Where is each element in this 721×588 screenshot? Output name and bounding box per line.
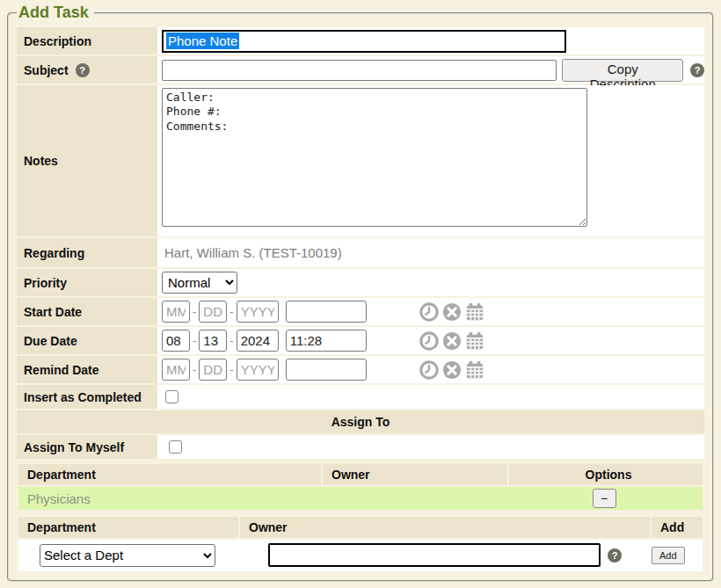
date-separator: - bbox=[229, 334, 233, 347]
assignment-row: Physicians − bbox=[18, 487, 703, 510]
date-separator: - bbox=[229, 305, 233, 318]
due-date-day-input[interactable] bbox=[199, 330, 227, 352]
add-assignment-header-department: Department bbox=[18, 517, 238, 538]
assignments-header-owner: Owner bbox=[323, 464, 507, 485]
description-input[interactable]: Phone Note bbox=[162, 30, 566, 53]
regarding-value: Hart, William S. (TEST-10019) bbox=[162, 245, 342, 260]
add-assignment-table: Department Owner Add Select a Dept ? Add bbox=[18, 517, 703, 571]
notes-row: Notes Caller: Phone #: Comments: bbox=[17, 85, 704, 236]
date-separator: - bbox=[193, 334, 196, 347]
due-date-clock-icon[interactable] bbox=[419, 331, 439, 351]
date-separator: - bbox=[229, 363, 233, 376]
remind-date-time-input[interactable] bbox=[286, 359, 367, 381]
due-date-year-input[interactable] bbox=[237, 330, 279, 352]
start-date-row: Start Date - - bbox=[17, 298, 704, 325]
add-task-fieldset: Add Task Description Phone Note Subject … bbox=[7, 4, 714, 582]
insert-as-completed-checkbox[interactable] bbox=[165, 390, 178, 403]
start-date-day-input[interactable] bbox=[199, 301, 227, 323]
date-separator: - bbox=[193, 305, 196, 318]
start-date-clear-icon[interactable] bbox=[442, 302, 462, 322]
start-date-year-input[interactable] bbox=[237, 301, 279, 323]
due-date-month-input[interactable] bbox=[162, 330, 190, 352]
copy-description-button[interactable]: Copy Description bbox=[562, 59, 683, 82]
department-select[interactable]: Select a Dept bbox=[40, 544, 215, 567]
due-date-row: Due Date - - bbox=[17, 327, 704, 354]
subject-label: Subject bbox=[24, 63, 69, 77]
owner-input[interactable] bbox=[268, 543, 601, 567]
notes-textarea[interactable]: Caller: Phone #: Comments: bbox=[162, 88, 587, 227]
add-assignment-row: Select a Dept ? Add bbox=[18, 540, 703, 571]
start-date-time-input[interactable] bbox=[286, 301, 367, 323]
assign-to-myself-checkbox[interactable] bbox=[169, 440, 182, 454]
remind-date-clock-icon[interactable] bbox=[419, 360, 439, 380]
remind-date-label: Remind Date bbox=[17, 356, 157, 383]
remind-date-day-input[interactable] bbox=[199, 359, 227, 381]
due-date-time-input[interactable] bbox=[286, 330, 367, 352]
description-row: Description Phone Note bbox=[17, 27, 704, 54]
add-assignment-header-add: Add bbox=[652, 517, 703, 538]
description-selected-text: Phone Note bbox=[166, 33, 239, 49]
due-date-label: Due Date bbox=[17, 327, 157, 354]
assignment-department: Physicians bbox=[18, 491, 321, 506]
assign-to-myself-row: Assign To Myself bbox=[17, 435, 704, 459]
subject-label-cell: Subject ? bbox=[17, 56, 157, 83]
notes-label: Notes bbox=[17, 85, 157, 236]
date-separator: - bbox=[193, 363, 196, 376]
start-date-month-input[interactable] bbox=[162, 301, 190, 323]
insert-as-completed-row: Insert as Completed bbox=[17, 385, 704, 409]
add-assignment-header-owner: Owner bbox=[240, 517, 650, 538]
owner-help-icon[interactable]: ? bbox=[608, 548, 622, 563]
copy-description-help-icon[interactable]: ? bbox=[690, 63, 704, 77]
assign-to-myself-label: Assign To Myself bbox=[17, 435, 157, 459]
assignments-header-options: Options bbox=[509, 464, 703, 485]
assignments-header-department: Department bbox=[18, 464, 321, 485]
page-title: Add Task bbox=[17, 4, 94, 22]
remove-assignment-button[interactable]: − bbox=[593, 489, 616, 508]
priority-label: Priority bbox=[17, 269, 157, 296]
start-date-clock-icon[interactable] bbox=[419, 302, 439, 322]
remind-date-calendar-icon[interactable] bbox=[465, 360, 484, 380]
subject-help-icon[interactable]: ? bbox=[76, 63, 90, 77]
remind-date-year-input[interactable] bbox=[237, 359, 279, 381]
add-assignment-button[interactable]: Add bbox=[652, 547, 685, 564]
due-date-calendar-icon[interactable] bbox=[465, 331, 484, 351]
remind-date-month-input[interactable] bbox=[162, 359, 190, 381]
remind-date-clear-icon[interactable] bbox=[442, 360, 462, 380]
assignments-table: Department Owner Options Physicians − bbox=[18, 464, 703, 510]
remind-date-row: Remind Date - - bbox=[17, 356, 704, 383]
assign-to-section-header: Assign To bbox=[17, 410, 704, 433]
insert-as-completed-label: Insert as Completed bbox=[17, 385, 157, 409]
task-form: Description Phone Note Subject ? Copy De… bbox=[17, 27, 704, 571]
start-date-calendar-icon[interactable] bbox=[465, 302, 484, 322]
subject-input[interactable] bbox=[162, 60, 557, 81]
regarding-label: Regarding bbox=[17, 238, 157, 267]
start-date-label: Start Date bbox=[17, 298, 157, 325]
description-label: Description bbox=[17, 27, 157, 54]
due-date-clear-icon[interactable] bbox=[442, 331, 462, 351]
subject-row: Subject ? Copy Description ? bbox=[17, 56, 704, 83]
regarding-row: Regarding Hart, William S. (TEST-10019) bbox=[17, 238, 704, 267]
priority-row: Priority Normal bbox=[17, 269, 704, 296]
priority-select[interactable]: Normal bbox=[162, 272, 237, 294]
